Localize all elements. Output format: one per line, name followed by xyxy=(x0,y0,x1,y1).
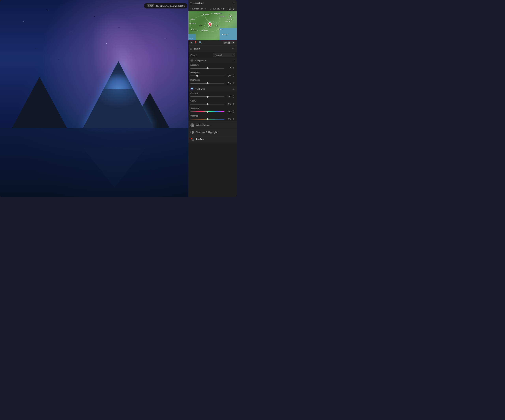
exposure-check-label: ✓ Exposure xyxy=(195,59,206,62)
contrast-slider-thumb[interactable] xyxy=(207,96,208,98)
blackpoint-slider-row: Blackpoint 0 % ▲ ▼ xyxy=(188,71,237,78)
settings-icon-btn[interactable]: ⚙ xyxy=(232,7,235,10)
blackpoint-step-down[interactable]: ▼ xyxy=(233,76,234,77)
map-label-toulouse: Toulouse xyxy=(191,29,197,31)
vibrance-slider-control: 0 % ▲ ▼ xyxy=(190,118,235,121)
enhance-reset-btn[interactable]: ↺ xyxy=(232,87,235,90)
coordinates-lat: 45.986066° N xyxy=(190,7,206,10)
vibrance-stepper: ▲ ▼ xyxy=(232,118,235,121)
saturation-slider-label: Saturation xyxy=(190,107,235,109)
map-label-germany: GERMANY xyxy=(214,13,221,14)
brightness-slider-control: 0 % ▲ ▼ xyxy=(190,82,235,85)
exposure-stepper: ▲ ▼ xyxy=(232,67,235,70)
camera-info-text: ISO 125 ƒ/4.5 35.0mm 1/100s xyxy=(156,5,185,7)
location-icons: ☰ ⚙ xyxy=(228,7,235,10)
mountain-snow xyxy=(103,73,134,89)
mountain-left xyxy=(12,77,67,128)
preset-select[interactable]: Default xyxy=(213,53,235,57)
location-menu-icon[interactable]: ⋯ xyxy=(232,2,235,5)
brightness-value: 0 % xyxy=(225,82,231,84)
white-balance-section[interactable]: ⚙ White Balance xyxy=(188,121,237,129)
clarity-slider-thumb[interactable] xyxy=(207,103,208,105)
map-close-btn[interactable]: ✕ xyxy=(190,41,193,44)
map-help-btn[interactable]: ? xyxy=(204,41,205,44)
map-search-btn[interactable]: 🔍 xyxy=(199,41,202,44)
exposure-slider-row: Exposure 0 ▲ ▼ xyxy=(188,63,237,71)
clarity-stepper: ▲ ▼ xyxy=(232,102,235,106)
map-label-milan: Milan xyxy=(215,25,219,27)
grip-dots-basic xyxy=(190,48,192,50)
exposure-header-left: ☀ ✓ Exposure xyxy=(190,59,206,62)
exposure-slider-thumb[interactable] xyxy=(207,67,208,69)
basic-header-left: Basic xyxy=(190,47,200,50)
raw-badge: RAW xyxy=(147,4,154,7)
exposure-reset-btn[interactable]: ↺ xyxy=(232,59,235,62)
contrast-slider-row: Contrast 0 % ▲ ▼ xyxy=(188,92,237,99)
exposure-slider-label: Exposure xyxy=(190,64,235,66)
map-label-slove: SLOVE xyxy=(225,20,230,22)
contrast-slider-control: 0 % ▲ ▼ xyxy=(190,95,235,98)
vibrance-slider-label: Vibrance xyxy=(190,115,235,117)
basic-section-header[interactable]: Basic ⋯ xyxy=(188,45,237,52)
saturation-slider-track[interactable] xyxy=(190,111,225,112)
blackpoint-slider-track[interactable] xyxy=(190,75,225,76)
contrast-stepper: ▲ ▼ xyxy=(232,95,235,98)
map-container[interactable]: Brussels GERMANY Paris Munich Vie FRANCE… xyxy=(188,11,237,40)
profiles-left: Profiles xyxy=(190,138,204,141)
map-legal-text: Legal xyxy=(189,38,193,39)
saturation-step-down[interactable]: ▼ xyxy=(233,112,234,113)
exposure-slider-track[interactable] xyxy=(190,68,225,69)
contrast-slider-track[interactable] xyxy=(190,96,225,97)
vibrance-slider-track[interactable] xyxy=(190,119,225,119)
preset-row: Preset: Default ▾ xyxy=(188,52,237,58)
clarity-step-down[interactable]: ▼ xyxy=(233,104,234,106)
clarity-value: 0 % xyxy=(225,103,231,105)
contrast-step-down[interactable]: ▼ xyxy=(233,97,234,98)
profiles-section[interactable]: Profiles xyxy=(188,136,237,143)
blackpoint-slider-thumb[interactable] xyxy=(196,75,198,77)
enhance-header-left: 💎 ✓ Enhance xyxy=(190,87,205,90)
shadows-highlights-title: Shadows & Highlights xyxy=(196,131,219,134)
vibrance-step-down[interactable]: ▼ xyxy=(233,119,234,121)
map-label-austr: AUSTR xyxy=(227,18,232,20)
enhance-icon: 💎 xyxy=(190,87,194,90)
contrast-slider-label: Contrast xyxy=(190,92,235,94)
exposure-step-down[interactable]: ▼ xyxy=(233,68,234,70)
basic-title: Basic xyxy=(194,47,200,50)
brightness-slider-thumb[interactable] xyxy=(207,82,208,84)
exposure-value: 0 xyxy=(225,67,231,69)
map-label-munich: Munich xyxy=(220,16,225,17)
exposure-icon: ☀ xyxy=(190,59,194,62)
enhance-sub-header: 💎 ✓ Enhance ↺ xyxy=(188,86,237,92)
saturation-slider-control: 0 % ▲ ▼ xyxy=(190,110,235,113)
vibrance-slider-thumb[interactable] xyxy=(207,118,208,120)
brightness-step-down[interactable]: ▼ xyxy=(233,83,234,85)
exposure-checkmark: ✓ xyxy=(195,60,196,62)
list-icon-btn[interactable]: ☰ xyxy=(228,7,231,10)
right-panel: Location ⋯ 45.986066° N 7.578132° E ☰ ⚙ xyxy=(188,0,237,197)
brightness-slider-track[interactable] xyxy=(190,83,225,84)
location-section-header[interactable]: Location ⋯ xyxy=(188,0,237,6)
map-pin-btn[interactable]: 📍 xyxy=(194,41,197,44)
saturation-stepper: ▲ ▼ xyxy=(232,110,235,113)
map-type-select[interactable]: Hybrid Satellite Map xyxy=(223,41,235,44)
brightness-stepper: ▲ ▼ xyxy=(232,82,235,85)
map-label-turin: Turin xyxy=(208,26,212,28)
map-toolbar: ✕ 📍 🔍 ? Hybrid Satellite Map ▾ xyxy=(188,40,237,45)
grip-dots-location xyxy=(190,2,192,4)
location-header-left: Location xyxy=(190,2,203,5)
white-balance-icon: ⚙ xyxy=(190,123,194,127)
exposure-sub-header: ☀ ✓ Exposure ↺ xyxy=(188,58,237,63)
location-coords-row: 45.986066° N 7.578132° E ☰ ⚙ xyxy=(188,6,237,11)
map-pin xyxy=(208,22,212,26)
clarity-slider-track[interactable] xyxy=(190,104,225,105)
map-label-rome: ● Rome xyxy=(222,33,228,35)
map-label-lyon: Lyon xyxy=(199,24,202,26)
exposure-slider-control: 0 ▲ ▼ xyxy=(190,67,235,70)
shadows-highlights-section[interactable]: Shadows & Highlights xyxy=(188,129,237,136)
basic-menu-icon[interactable]: ⋯ xyxy=(232,47,235,50)
location-section: Location ⋯ 45.986066° N 7.578132° E ☰ ⚙ xyxy=(188,0,237,45)
basic-section: Basic ⋯ Preset: Default ▾ ☀ ✓ Exposure xyxy=(188,45,237,197)
enhance-checkmark: ✓ xyxy=(195,88,196,90)
saturation-slider-thumb[interactable] xyxy=(207,111,208,113)
